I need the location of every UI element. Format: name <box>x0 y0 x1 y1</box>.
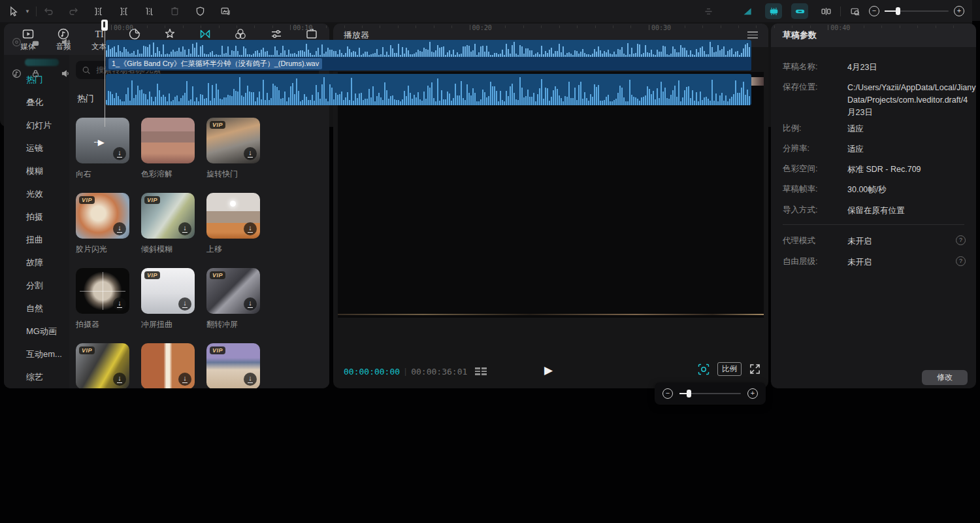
category-item[interactable]: 互动em... <box>4 343 69 365</box>
transition-label: 上移 <box>206 244 260 255</box>
redo-icon[interactable] <box>65 3 82 19</box>
scrolled-category-partial <box>25 59 59 66</box>
field-label: 自由层级: <box>783 256 817 267</box>
category-item[interactable]: 幻灯片 <box>4 114 69 137</box>
transition-item: ╌▶↓向右 <box>76 118 129 180</box>
transition-item: VIP↓胶片闪光 <box>76 193 129 255</box>
playhead-handle[interactable] <box>101 20 108 31</box>
modify-button[interactable]: 修改 <box>922 370 968 385</box>
zoom-out-icon[interactable]: − <box>662 388 673 399</box>
field-label: 草稿名称: <box>783 61 817 73</box>
ruler-minor-tick <box>792 25 792 28</box>
category-item[interactable]: 叠化 <box>4 91 69 114</box>
audio-clip[interactable] <box>106 74 751 105</box>
category-item[interactable]: 综艺 <box>4 365 69 388</box>
transition-thumbnail[interactable]: VIP↓ <box>206 343 260 388</box>
field-value: 适应 <box>847 143 966 156</box>
category-item[interactable]: 光效 <box>4 182 69 205</box>
vip-badge: VIP <box>144 271 160 279</box>
download-icon[interactable]: ↓ <box>244 373 257 386</box>
transition-thumbnail[interactable]: ↓ <box>206 193 260 239</box>
timeline-zoom-in-icon[interactable]: + <box>954 6 964 16</box>
linkage-icon[interactable] <box>791 3 808 19</box>
select-tool-icon[interactable] <box>5 3 22 19</box>
ruler-major-tick <box>649 25 649 30</box>
download-icon[interactable]: ↓ <box>244 222 257 235</box>
lock-track-icon[interactable] <box>31 37 41 47</box>
download-icon[interactable]: ↓ <box>244 297 257 311</box>
preview-axis-icon[interactable] <box>817 3 834 19</box>
zoom-slider-handle[interactable] <box>687 390 691 397</box>
transition-label: 拍摄器 <box>76 319 129 330</box>
zoom-in-icon[interactable]: + <box>747 388 758 399</box>
mask-icon[interactable] <box>191 3 208 19</box>
transition-thumbnail[interactable]: ╌▶↓ <box>76 118 129 163</box>
category-item[interactable]: 模糊 <box>4 160 69 182</box>
ruler-minor-tick <box>559 25 560 28</box>
download-icon[interactable]: ↓ <box>178 222 191 235</box>
field-label: 保存位置: <box>783 82 817 93</box>
transition-thumbnail[interactable]: VIP↓ <box>141 268 195 314</box>
zoom-slider[interactable] <box>679 393 741 394</box>
ruler-minor-tick <box>685 25 685 28</box>
fit-timeline-icon[interactable] <box>847 3 864 19</box>
transition-thumbnail[interactable]: VIP↓ <box>206 118 260 163</box>
transition-thumbnail[interactable]: VIP↓ <box>76 193 129 239</box>
category-item[interactable]: 故障 <box>4 251 69 274</box>
category-item[interactable]: MG动画 <box>4 320 69 343</box>
category-item[interactable]: 扭曲 <box>4 228 69 251</box>
audio-clip[interactable]: 1_《Girls Band Cry》仁菜循环半分钟（没有鸽子）_(Drums).… <box>106 40 751 71</box>
download-icon[interactable]: ↓ <box>113 147 126 160</box>
play-button[interactable]: ▶ <box>544 363 553 377</box>
transition-thumbnail[interactable]: VIP↓ <box>206 268 260 314</box>
main-track-magnet-icon[interactable] <box>739 3 756 19</box>
transition-thumbnail[interactable]: VIP↓ <box>76 343 129 388</box>
delete-icon[interactable] <box>166 3 183 19</box>
split-keep-right-icon[interactable] <box>140 3 157 19</box>
section-title: 热门 <box>77 93 94 105</box>
video-preview[interactable] <box>338 72 764 318</box>
category-item[interactable]: 自然 <box>4 297 69 320</box>
download-icon[interactable]: ↓ <box>178 373 191 386</box>
download-icon[interactable]: ↓ <box>113 222 126 235</box>
timeline-zoom-out-icon[interactable]: − <box>869 6 879 16</box>
lock-track-icon[interactable] <box>31 69 41 78</box>
auto-snap-icon[interactable] <box>765 3 782 19</box>
transition-thumbnail[interactable] <box>141 118 195 163</box>
ruler-minor-tick <box>756 25 757 28</box>
download-icon[interactable]: ↓ <box>113 373 126 386</box>
download-icon[interactable]: ↓ <box>244 147 257 160</box>
category-item[interactable]: 运镜 <box>4 137 69 160</box>
download-icon[interactable]: ↓ <box>113 297 126 311</box>
arrow-right-deco: ╌▶ <box>94 137 103 147</box>
ruler-minor-tick <box>577 25 578 28</box>
mute-track-icon[interactable] <box>61 69 71 78</box>
fullscreen-icon[interactable] <box>749 363 760 375</box>
vip-badge: VIP <box>210 346 225 354</box>
transition-thumbnail[interactable]: VIP↓ <box>141 193 195 239</box>
split-icon[interactable] <box>90 3 106 19</box>
aspect-ratio-button[interactable]: 比例 <box>717 362 742 376</box>
ruler-minor-tick <box>308 25 309 28</box>
ruler-minor-tick <box>398 25 399 28</box>
ruler-minor-tick <box>487 25 488 28</box>
transition-thumbnail[interactable]: ↓ <box>76 268 129 314</box>
timeline-zoom-slider[interactable] <box>885 10 949 12</box>
mute-track-icon[interactable] <box>61 37 71 47</box>
info-icon[interactable]: ? <box>956 256 966 266</box>
category-item[interactable]: 拍摄 <box>4 205 69 228</box>
transition-thumbnail[interactable]: ↓ <box>141 343 195 388</box>
adjust-track-height-icon[interactable] <box>700 3 717 19</box>
select-tool-caret[interactable]: ▼ <box>22 3 33 19</box>
info-icon[interactable]: ? <box>956 235 966 245</box>
download-icon[interactable]: ↓ <box>178 297 191 311</box>
undo-icon[interactable] <box>40 3 57 19</box>
track-type-icon <box>12 37 22 47</box>
extract-audio-icon[interactable] <box>217 3 234 19</box>
playhead-line <box>105 30 105 127</box>
playback-quality-icon[interactable] <box>475 367 487 375</box>
timeline-ruler[interactable]: 00:0000:1000:2000:3000:40 <box>0 22 972 34</box>
split-keep-left-icon[interactable] <box>115 3 132 19</box>
fit-preview-icon[interactable] <box>698 363 710 375</box>
category-item[interactable]: 分割 <box>4 274 69 297</box>
